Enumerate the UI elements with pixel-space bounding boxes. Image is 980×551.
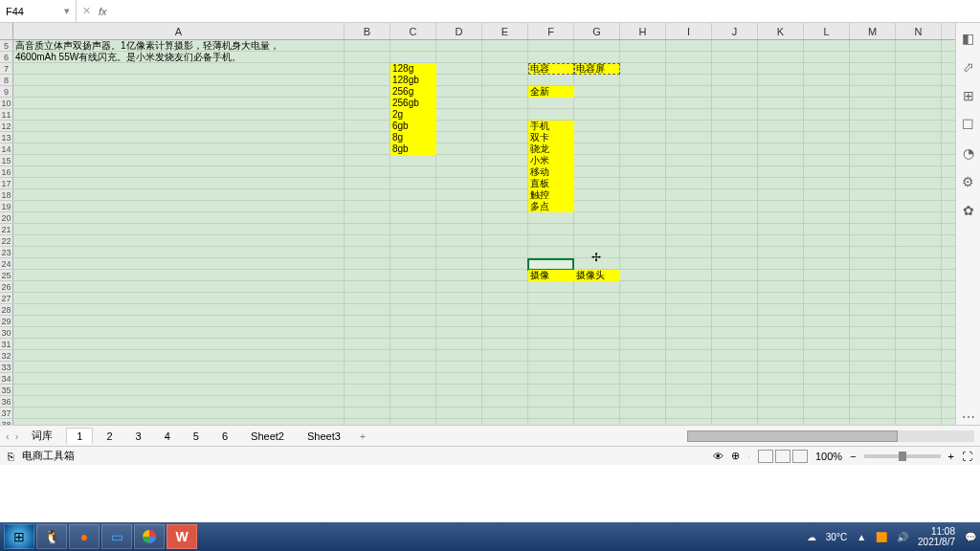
column-headers: A B C D E F G H I J K L M N [0,23,980,40]
tool-icon[interactable]: ◧ [961,31,976,46]
fullscreen-icon[interactable]: ⛶ [962,451,972,462]
cell-text: 骁龙 [530,143,549,155]
right-toolbar: ◧ ⬀ ⊞ ☐ ◔ ⚙ ✿ ⋯ [955,23,980,425]
tool-icon[interactable]: ⚙ [961,174,976,189]
fx-label[interactable]: fx [99,6,107,17]
cell-text: 8gb [392,143,409,155]
cell-text: 摄像头 [576,270,605,281]
cell-text: 高音质立体声双扬声器。1亿像素计算摄影，轻薄机身大电量， [15,40,279,52]
status-label: 电商工具箱 [22,449,75,463]
col-header[interactable]: M [850,23,896,39]
col-header[interactable]: G [574,23,620,39]
cell-text: 4600mAh 55W有线闪充。是小米发烧友们必备手机。 [15,52,241,63]
taskbar-app[interactable] [134,524,165,549]
col-header[interactable]: J [712,23,758,39]
add-sheet-button[interactable]: + [354,429,371,444]
cell-text: 多点 [530,201,549,212]
name-box[interactable]: F44▾ [0,0,77,22]
scrollbar-horizontal[interactable] [687,430,974,442]
sheet-tab[interactable]: 4 [155,429,180,444]
cell-text: 全新 [530,86,549,98]
cell-text: 摄像 [530,270,549,281]
col-header[interactable]: C [390,23,436,39]
view-page-button[interactable] [775,450,791,463]
windows-taskbar: ⊞ 🐧 ● ▭ W ☁ 30°C ▲ 🟧 🔊 11:08 2021/8/7 💬 [0,522,980,551]
cell-text: 触控 [530,189,549,201]
grid-body[interactable]: 5678910111213141516171819202122232425262… [0,40,980,425]
view-normal-button[interactable] [758,450,773,463]
cell-text: 2g [392,109,403,121]
spreadsheet-grid[interactable]: A B C D E F G H I J K L M N 567891011121… [0,23,980,425]
sheet-tab[interactable]: Sheet2 [241,429,294,444]
cell-text: 128gb [392,75,419,86]
sheet-tab[interactable]: Sheet3 [298,429,350,444]
status-bar: ⎘ 电商工具箱 👁 ⊕ · 100% − + ⛶ [0,446,980,465]
zoom-value: 100% [815,451,842,462]
volume-icon[interactable]: 🔊 [897,532,908,542]
zoom-out-button[interactable]: − [850,451,856,462]
col-header[interactable]: H [620,23,666,39]
chevron-left-icon[interactable]: ‹ [6,430,10,442]
sheet-tabs-bar: ‹› 词库 1 2 3 4 5 6 Sheet2 Sheet3 + [0,425,980,446]
sheet-tab[interactable]: 词库 [22,427,62,445]
col-header[interactable]: N [896,23,942,39]
settings-icon[interactable]: ✿ [961,203,976,218]
taskbar-app[interactable]: ● [69,524,100,549]
sheet-tab[interactable]: 3 [126,429,151,444]
cell-text: 双卡 [530,132,549,143]
cell-text: 电容 [530,63,549,75]
cell-text: 6gb [392,121,409,132]
col-header[interactable]: F [528,23,574,39]
sheet-tab[interactable]: 5 [184,429,209,444]
cell-text: 8g [392,132,403,143]
taskbar-app[interactable]: ▭ [101,524,132,549]
weather-icon[interactable]: ☁ [807,532,816,542]
sheet-tab[interactable]: 6 [212,429,237,444]
tool-icon[interactable]: ⊞ [961,88,976,103]
tool-icon[interactable]: ☐ [961,117,976,132]
zoom-in-button[interactable]: + [948,451,954,462]
col-header[interactable]: I [666,23,712,39]
tab-nav[interactable]: ‹› [6,430,18,442]
cell-text: 小米 [530,155,549,166]
sheet-tab[interactable]: 1 [66,428,93,444]
cell-text: 手机 [530,121,549,132]
col-header[interactable]: D [436,23,482,39]
col-header[interactable]: B [345,23,390,39]
temperature: 30°C [826,532,847,542]
cancel-icon[interactable]: ✕ [82,5,91,17]
taskbar-app[interactable]: 🐧 [36,524,67,549]
clock-icon[interactable]: ◔ [961,145,976,161]
more-icon[interactable]: ⋯ [961,409,976,425]
cell-text: 128g [392,63,413,75]
tray-icon[interactable]: 🟧 [876,532,887,542]
formula-bar: F44▾ ✕ fx [0,0,980,23]
eye-icon[interactable]: 👁 [713,451,724,462]
tray-icon[interactable]: ▲ [857,532,866,542]
grid-icon[interactable]: ⊕ [731,450,740,462]
clock[interactable]: 11:08 2021/8/7 [918,526,955,547]
taskbar-app[interactable]: W [167,524,197,549]
link-icon[interactable]: ⎘ [8,451,14,462]
col-header[interactable]: E [482,23,528,39]
cell-text: 电容屏 [576,63,605,75]
cell-text: 移动 [530,166,549,178]
view-break-button[interactable] [792,450,808,463]
col-header[interactable]: K [758,23,804,39]
zoom-slider[interactable] [864,454,941,458]
select-all-corner[interactable] [0,23,13,39]
col-header[interactable]: L [804,23,850,39]
start-button[interactable]: ⊞ [4,524,34,549]
notification-icon[interactable]: 💬 [965,532,976,542]
cell-text: 256gb [392,98,419,109]
cell-text: 直板 [530,178,549,189]
select-icon[interactable]: ⬀ [961,59,976,75]
chevron-right-icon[interactable]: › [15,430,19,442]
cell-text: 256g [392,86,413,98]
sheet-tab[interactable]: 2 [97,429,122,444]
col-header[interactable]: A [13,23,345,39]
